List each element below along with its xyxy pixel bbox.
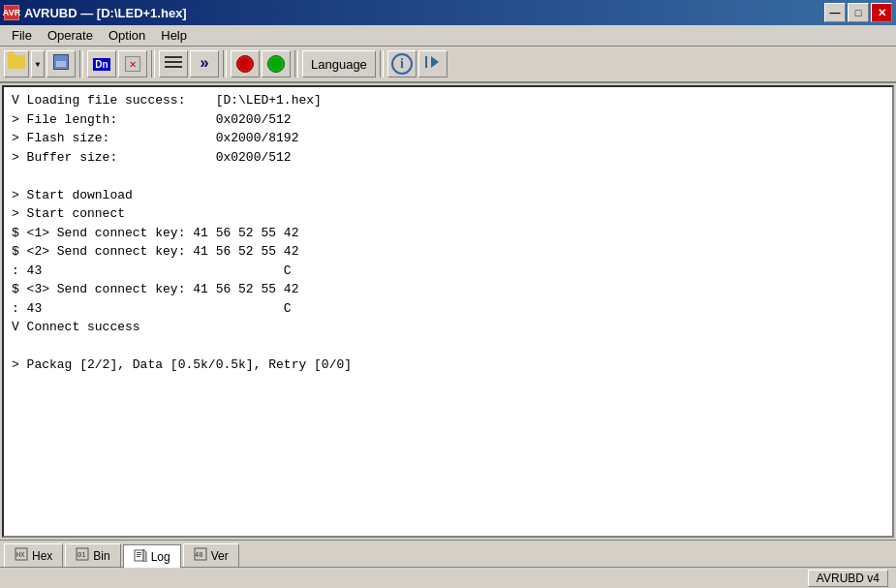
separator-1 <box>79 50 83 77</box>
tab-ver-label: Ver <box>211 549 229 563</box>
save-button[interactable] <box>46 50 76 77</box>
svg-rect-12 <box>137 556 140 557</box>
svg-marker-13 <box>143 549 146 562</box>
exit-icon <box>423 52 443 76</box>
ver-tab-icon: 40 <box>194 547 207 564</box>
tab-log[interactable]: Log <box>123 544 181 568</box>
title-bar: AVR AVRUBD — [D:\LED+1.hex] — □ ✕ <box>0 0 896 25</box>
svg-rect-3 <box>425 56 427 68</box>
log-area[interactable]: V Loading file success: [D:\LED+1.hex] >… <box>2 85 894 538</box>
svg-rect-11 <box>137 554 141 555</box>
green-light-icon <box>267 55 285 73</box>
language-button[interactable]: Language <box>302 50 376 77</box>
tab-bin-label: Bin <box>93 549 109 563</box>
bin-tab-icon: 01 <box>76 547 89 564</box>
close-button[interactable]: ✕ <box>871 3 892 22</box>
folder-icon <box>8 55 25 73</box>
separator-4 <box>294 50 298 77</box>
svg-text:01: 01 <box>77 551 85 559</box>
log-tab-icon <box>134 548 147 565</box>
list-icon <box>165 55 182 73</box>
avr-icon: AVR <box>4 5 19 20</box>
download-button[interactable]: Dn <box>87 50 116 77</box>
info-button[interactable]: i <box>387 50 417 77</box>
open-file-button[interactable] <box>4 50 29 77</box>
indicator-green <box>262 50 291 77</box>
svg-rect-9 <box>135 550 143 561</box>
menu-operate[interactable]: Operate <box>40 26 101 45</box>
indicator-red <box>231 50 260 77</box>
tab-bar: HX Hex 01 Bin Log 4 <box>0 540 896 567</box>
info-icon: i <box>391 53 413 75</box>
tab-log-label: Log <box>151 550 170 564</box>
toolbar: ▼ Dn ✕ » Language i <box>0 46 896 83</box>
open-file-dropdown[interactable]: ▼ <box>31 50 45 77</box>
arrows-icon: » <box>200 55 209 73</box>
list-button[interactable] <box>159 50 188 77</box>
title-controls: — □ ✕ <box>824 3 892 22</box>
main-content: V Loading file success: [D:\LED+1.hex] >… <box>0 83 896 540</box>
maximize-button[interactable]: □ <box>848 3 869 22</box>
tab-hex[interactable]: HX Hex <box>4 543 63 567</box>
title-text: AVRUBD — [D:\LED+1.hex] <box>24 6 187 20</box>
svg-text:HX: HX <box>16 551 25 559</box>
status-bar: AVRUBD v4 <box>0 567 896 588</box>
svg-marker-4 <box>431 56 439 68</box>
svg-rect-10 <box>137 552 141 553</box>
stop-icon: ✕ <box>125 56 140 72</box>
minimize-button[interactable]: — <box>824 3 846 22</box>
red-light-icon <box>236 55 254 73</box>
save-icon <box>53 54 69 74</box>
language-label: Language <box>311 57 367 72</box>
svg-text:40: 40 <box>195 551 202 559</box>
version-status: AVRUBD v4 <box>808 570 888 587</box>
tab-hex-label: Hex <box>32 549 52 563</box>
svg-rect-1 <box>165 61 182 63</box>
separator-5 <box>380 50 384 77</box>
hex-tab-icon: HX <box>15 547 28 564</box>
stop-button[interactable]: ✕ <box>118 50 147 77</box>
menu-file[interactable]: File <box>4 26 40 45</box>
version-text: AVRUBD v4 <box>817 572 880 585</box>
menu-help[interactable]: Help <box>153 26 195 45</box>
tab-ver[interactable]: 40 Ver <box>183 543 239 567</box>
arrows-button[interactable]: » <box>190 50 219 77</box>
title-left: AVR AVRUBD — [D:\LED+1.hex] <box>4 5 187 20</box>
svg-rect-0 <box>165 56 182 58</box>
dn-icon: Dn <box>93 56 109 72</box>
menu-option[interactable]: Option <box>101 26 153 45</box>
svg-rect-2 <box>165 66 182 68</box>
tab-bin[interactable]: 01 Bin <box>65 543 120 567</box>
separator-3 <box>223 50 227 77</box>
exit-button[interactable] <box>418 50 448 77</box>
menu-bar: File Operate Option Help <box>0 25 896 46</box>
separator-2 <box>151 50 155 77</box>
